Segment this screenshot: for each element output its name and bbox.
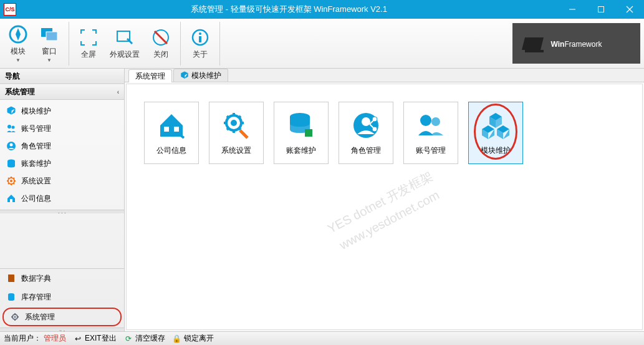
- svg-point-14: [7, 125, 11, 129]
- tile-db[interactable]: 账套维护: [274, 102, 329, 164]
- about-button[interactable]: 关于: [186, 22, 214, 66]
- home-icon: [156, 110, 186, 140]
- refresh-icon: ⟳: [124, 334, 133, 343]
- bottom-nav-item-2[interactable]: 系统管理: [2, 308, 122, 326]
- svg-point-11: [199, 32, 201, 35]
- nav-header: 导航: [0, 69, 124, 84]
- exit-button[interactable]: ↩EXIT登出: [74, 333, 117, 344]
- tile-users[interactable]: 账号管理: [403, 102, 458, 164]
- info-icon: [190, 27, 210, 47]
- module-icon: [6, 106, 16, 116]
- appearance-label: 外观设置: [110, 49, 140, 60]
- titlebar: C/S 系统管理 - 轻量级可快速开发框架 WinFramework V2.1: [0, 0, 644, 19]
- fullscreen-icon: [79, 27, 99, 47]
- close-tool-label: 关闭: [153, 49, 168, 60]
- tile-home[interactable]: 公司信息: [144, 102, 199, 164]
- tab-1[interactable]: 模块维护: [173, 69, 228, 82]
- sidebar-item-0[interactable]: 模块维护: [0, 102, 124, 120]
- brand-bold: Win: [551, 40, 565, 49]
- statusbar: 当前用户：管理员 ↩EXIT登出 ⟳清空缓存 🔒锁定离开: [0, 331, 644, 345]
- bottom-nav-label: 系统管理: [25, 312, 55, 323]
- svg-rect-32: [305, 129, 312, 137]
- appearance-icon: [115, 27, 135, 47]
- tile-cubes[interactable]: 模块维护: [468, 102, 523, 164]
- home-icon: [6, 193, 16, 203]
- tab-0[interactable]: 系统管理: [128, 69, 172, 82]
- clear-cache-button[interactable]: ⟳清空缓存: [124, 333, 165, 344]
- svg-point-38: [431, 117, 440, 126]
- tab-body: YES dotnet 开发框架 www.yesdotnet.com 公司信息系统…: [126, 84, 643, 330]
- svg-rect-1: [598, 7, 604, 12]
- tile-label: 公司信息: [156, 145, 186, 156]
- tile-label: 模块维护: [481, 145, 511, 156]
- inventory-icon: [6, 292, 16, 302]
- fullscreen-button[interactable]: 全屏: [74, 22, 103, 66]
- maximize-button[interactable]: [587, 0, 615, 19]
- dropdown-icon: ▼: [16, 57, 21, 63]
- close-tool-icon: [151, 27, 171, 47]
- tile-label: 角色管理: [351, 145, 381, 156]
- sidebar-resize-handle[interactable]: • • •: [0, 210, 124, 213]
- brand-logo: WinFramework: [512, 23, 640, 64]
- sidebar-item-label: 账号管理: [21, 124, 51, 134]
- cubes-icon: [481, 110, 511, 140]
- dropdown-icon: ▼: [47, 57, 52, 63]
- bottom-nav-label: 数据字典: [21, 273, 51, 284]
- sidebar-bottom-nav: 数据字典库存管理系统管理: [0, 268, 124, 328]
- tile-settings[interactable]: 系统设置: [209, 102, 264, 164]
- exit-icon: ↩: [74, 334, 82, 343]
- sidebar-item-label: 角色管理: [21, 141, 51, 152]
- sidebar: 导航 系统管理‹ 模块维护账号管理角色管理账套维护系统设置公司信息 • • • …: [0, 69, 125, 331]
- chevron-left-icon: ‹: [117, 89, 119, 95]
- close-button[interactable]: [615, 0, 644, 19]
- app-icon: C/S: [4, 3, 16, 16]
- lock-icon: 🔒: [173, 334, 181, 343]
- svg-rect-6: [46, 32, 57, 41]
- svg-point-15: [12, 126, 15, 129]
- book-icon: [6, 273, 16, 283]
- main-area: 导航 系统管理‹ 模块维护账号管理角色管理账套维护系统设置公司信息 • • • …: [0, 69, 644, 331]
- bottom-nav-item-0[interactable]: 数据字典: [0, 269, 124, 288]
- module-button[interactable]: 模块 ▼: [4, 22, 32, 66]
- fullscreen-label: 全屏: [81, 49, 96, 60]
- module-icon: [180, 71, 189, 80]
- brand-light: Framework: [564, 40, 602, 49]
- window-title: 系统管理 - 轻量级可快速开发框架 WinFramework V2.1: [20, 4, 558, 15]
- sidebar-item-3[interactable]: 账套维护: [0, 155, 124, 172]
- window-button[interactable]: 窗口 ▼: [35, 22, 64, 66]
- current-user: 当前用户：管理员: [4, 333, 66, 344]
- close-tool-button[interactable]: 关闭: [147, 22, 175, 66]
- tab-label: 系统管理: [135, 71, 165, 82]
- sidebar-item-1[interactable]: 账号管理: [0, 120, 124, 137]
- sidebar-item-4[interactable]: 系统设置: [0, 172, 124, 190]
- window-controls: [558, 0, 644, 19]
- tile-user-share[interactable]: 角色管理: [339, 102, 393, 164]
- appearance-button[interactable]: 外观设置: [105, 22, 144, 66]
- sidebar-item-2[interactable]: 角色管理: [0, 137, 124, 155]
- minimize-button[interactable]: [558, 0, 587, 19]
- content: 系统管理模块维护 YES dotnet 开发框架 www.yesdotnet.c…: [125, 69, 644, 331]
- tile-label: 账套维护: [286, 145, 316, 156]
- toolbar: 模块 ▼ 窗口 ▼ 全屏 外观设置 关闭 关于 WinFramework: [0, 19, 644, 69]
- svg-point-37: [420, 115, 431, 126]
- sidebar-item-5[interactable]: 公司信息: [0, 190, 124, 207]
- svg-point-17: [10, 143, 13, 147]
- db-icon: [6, 158, 16, 168]
- sidebar-item-label: 系统设置: [21, 176, 51, 187]
- users-icon: [6, 124, 16, 134]
- users-icon: [416, 110, 446, 140]
- svg-rect-28: [174, 127, 179, 132]
- bottom-nav-item-1[interactable]: 库存管理: [0, 288, 124, 306]
- svg-rect-12: [199, 36, 201, 42]
- sidebar-section-header[interactable]: 系统管理‹: [0, 84, 124, 100]
- svg-rect-27: [164, 127, 169, 132]
- windows-icon: [39, 24, 59, 44]
- bottom-nav-label: 库存管理: [21, 292, 51, 303]
- svg-point-20: [10, 180, 12, 182]
- lock-button[interactable]: 🔒锁定离开: [173, 333, 214, 344]
- sidebar-item-label: 公司信息: [21, 193, 51, 204]
- about-label: 关于: [193, 49, 208, 60]
- svg-point-24: [8, 298, 14, 301]
- svg-rect-21: [10, 199, 12, 202]
- tab-label: 模块维护: [191, 70, 221, 81]
